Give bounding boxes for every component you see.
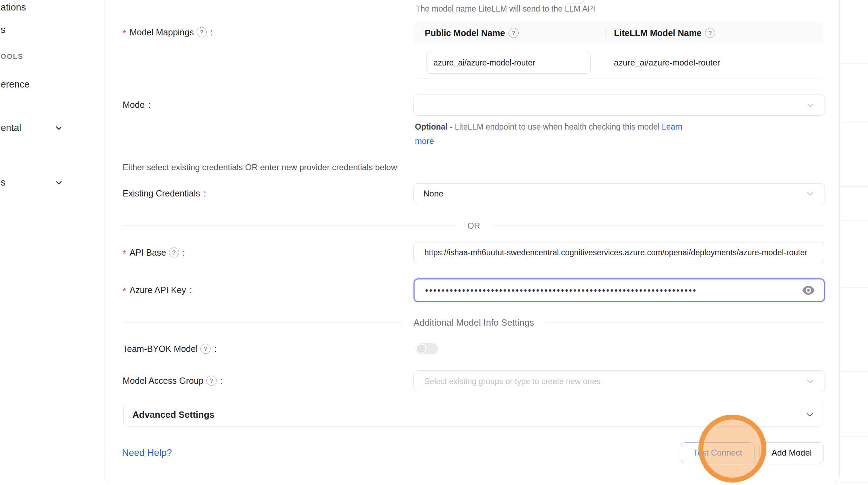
chevron-down-icon [806, 189, 815, 198]
model-access-group-select[interactable]: Select existing groups or type to create… [414, 370, 825, 392]
additional-info-divider: Additional Model Info Settings [123, 317, 824, 328]
advanced-settings-title: Advanced Settings [132, 409, 214, 420]
required-mark: * [123, 28, 126, 39]
existing-credentials-select[interactable]: None [414, 183, 825, 204]
optional-helper-text: - LiteLLM endpoint to use when health ch… [447, 122, 662, 131]
existing-credentials-label: Existing Credentials : [123, 188, 206, 199]
placeholder-text: Select existing groups or type to create… [414, 377, 600, 386]
api-base-input[interactable] [414, 242, 824, 263]
mode-select[interactable] [414, 95, 825, 116]
column-header-litellm-model-name: LiteLLM Model Name ? [614, 28, 715, 38]
need-help-link[interactable]: Need Help? [122, 448, 172, 458]
learn-more-link[interactable]: Learn [662, 122, 682, 131]
selected-value: None [414, 189, 443, 199]
add-model-form: The model name LiteLLM will send to the … [0, 0, 868, 485]
azure-api-key-input[interactable]: ••••••••••••••••••••••••••••••••••••••••… [414, 278, 825, 302]
api-base-label: * API Base ? : [123, 248, 185, 258]
add-model-button[interactable]: Add Model [759, 442, 824, 463]
help-icon[interactable]: ? [197, 27, 207, 37]
chevron-down-icon [806, 101, 815, 110]
help-icon[interactable]: ? [206, 376, 217, 386]
required-mark: * [123, 286, 126, 296]
help-icon[interactable]: ? [508, 28, 519, 38]
model-access-group-label: Model Access Group ? : [123, 376, 223, 386]
mode-label: Mode : [123, 100, 151, 110]
column-header-public-model-name: Public Model Name ? [425, 28, 519, 38]
litellm-model-name-value: azure_ai/azure-model-router [614, 58, 720, 68]
toggle-knob [416, 344, 426, 354]
chevron-down-icon [806, 377, 815, 386]
help-icon[interactable]: ? [200, 344, 211, 354]
public-model-name-input[interactable] [426, 52, 591, 74]
or-divider: OR [123, 221, 824, 231]
model-mappings-label: * Model Mappings ? : [123, 27, 213, 37]
credentials-note: Either select existing credentials OR en… [123, 162, 397, 172]
click-indicator [698, 415, 766, 483]
eye-icon[interactable] [802, 285, 815, 295]
team-byok-label: Team-BYOK Model ? : [123, 344, 217, 354]
azure-api-key-label: * Azure API Key : [123, 285, 192, 295]
required-mark: * [123, 249, 126, 259]
optional-helper-bold: Optional [415, 122, 447, 131]
masked-password-value: ••••••••••••••••••••••••••••••••••••••••… [415, 285, 697, 296]
chevron-down-icon[interactable] [805, 410, 814, 419]
model-mapping-table: Public Model Name ? LiteLLM Model Name ?… [414, 22, 823, 78]
model-name-helper-text: The model name LiteLLM will send to the … [416, 4, 595, 14]
help-icon[interactable]: ? [169, 248, 179, 258]
help-icon[interactable]: ? [705, 28, 715, 38]
learn-more-link[interactable]: more [415, 136, 434, 146]
